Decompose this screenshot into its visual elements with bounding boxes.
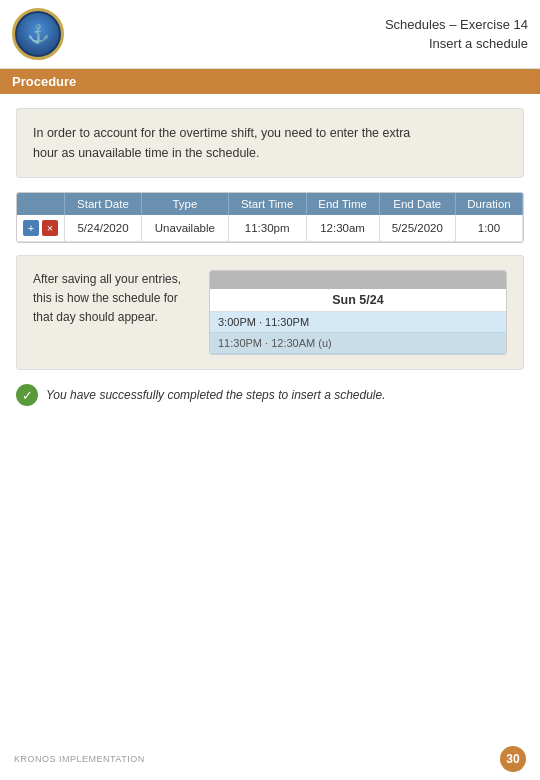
cal-slot-1: 3:00PM · 11:30PM xyxy=(210,312,506,333)
table-body: + × 5/24/2020 Unavailable 11:30pm 12:30a… xyxy=(17,215,523,242)
info-text-line2: hour as unavailable time in the schedule… xyxy=(33,143,507,163)
success-text: You have successfully completed the step… xyxy=(46,388,386,402)
header-title: Schedules – Exercise 14 Insert a schedul… xyxy=(385,15,528,54)
table-section: Start Date Type Start Time End Time End … xyxy=(16,192,524,243)
footer-label: KRONOS IMPLEMENTATION xyxy=(14,754,145,764)
table-scroll: Start Date Type Start Time End Time End … xyxy=(17,193,523,242)
row-btn-group: + × xyxy=(23,220,58,236)
col-type: Type xyxy=(141,193,228,215)
table-row: + × 5/24/2020 Unavailable 11:30pm 12:30a… xyxy=(17,215,523,242)
row-controls-cell: + × xyxy=(17,215,65,242)
cal-date-header: Sun 5/24 xyxy=(210,289,506,312)
preview-desc-line2: this is how the schedule for xyxy=(33,289,193,308)
delete-row-button[interactable]: × xyxy=(42,220,58,236)
preview-calendar: Sun 5/24 3:00PM · 11:30PM 11:30PM · 12:3… xyxy=(209,270,507,355)
col-controls xyxy=(17,193,65,215)
logo: ⚓ xyxy=(12,8,64,60)
col-end-date: End Date xyxy=(379,193,455,215)
add-row-button[interactable]: + xyxy=(23,220,39,236)
table-header: Start Date Type Start Time End Time End … xyxy=(17,193,523,215)
row-type: Unavailable xyxy=(141,215,228,242)
cal-top-bar xyxy=(210,271,506,289)
preview-description: After saving all your entries, this is h… xyxy=(33,270,193,328)
page-number-badge: 30 xyxy=(500,746,526,772)
cal-slot-2: 11:30PM · 12:30AM (u) xyxy=(210,333,506,354)
row-start-date: 5/24/2020 xyxy=(65,215,142,242)
header-title-line1: Schedules – Exercise 14 xyxy=(385,15,528,35)
col-duration: Duration xyxy=(455,193,522,215)
row-end-time: 12:30am xyxy=(306,215,379,242)
info-box: In order to account for the overtime shi… xyxy=(16,108,524,178)
header-title-line2: Insert a schedule xyxy=(385,34,528,54)
procedure-bar: Procedure xyxy=(0,69,540,94)
success-icon: ✓ xyxy=(16,384,38,406)
header-row: Start Date Type Start Time End Time End … xyxy=(17,193,523,215)
preview-desc-line1: After saving all your entries, xyxy=(33,270,193,289)
col-end-time: End Time xyxy=(306,193,379,215)
row-end-date: 5/25/2020 xyxy=(379,215,455,242)
procedure-label: Procedure xyxy=(12,74,76,89)
col-start-time: Start Time xyxy=(228,193,306,215)
logo-figure: ⚓ xyxy=(27,23,49,45)
row-start-time: 11:30pm xyxy=(228,215,306,242)
preview-section: After saving all your entries, this is h… xyxy=(16,255,524,370)
info-text-line1: In order to account for the overtime shi… xyxy=(33,123,507,143)
success-row: ✓ You have successfully completed the st… xyxy=(16,384,524,406)
col-start-date: Start Date xyxy=(65,193,142,215)
row-duration: 1:00 xyxy=(455,215,522,242)
footer: KRONOS IMPLEMENTATION 30 xyxy=(0,746,540,772)
preview-desc-line3: that day should appear. xyxy=(33,308,193,327)
header: ⚓ Schedules – Exercise 14 Insert a sched… xyxy=(0,0,540,69)
logo-inner: ⚓ xyxy=(17,13,59,55)
schedule-table: Start Date Type Start Time End Time End … xyxy=(17,193,523,242)
